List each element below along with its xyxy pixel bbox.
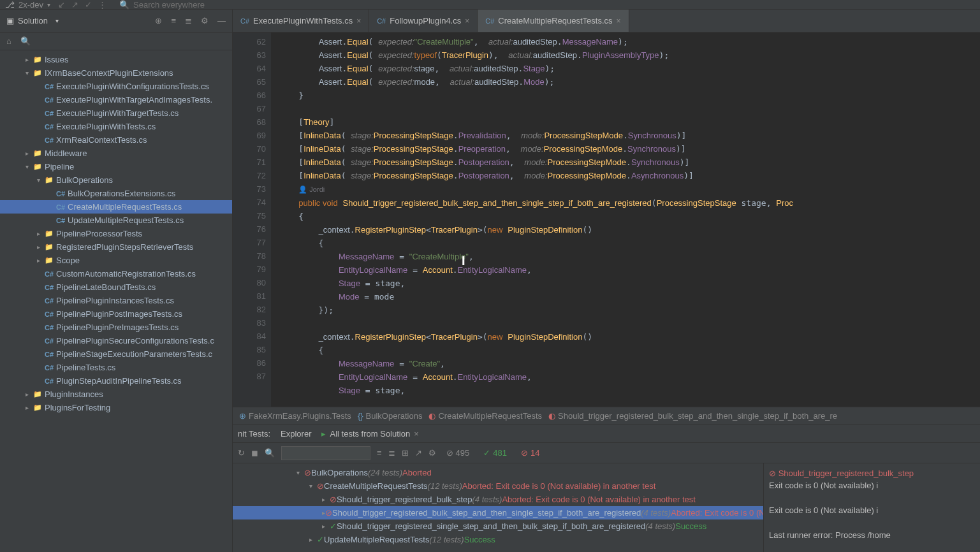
editor-tab[interactable]: C#FollowupPlugin4.cs× xyxy=(369,10,478,32)
total-tests[interactable]: ⊘495 xyxy=(442,447,474,459)
editor-tab[interactable]: C#CreateMultipleRequestTests.cs× xyxy=(478,10,629,32)
options-icon[interactable]: ↗ xyxy=(415,448,422,458)
test-row[interactable]: ▸ ✓ Should_trigger_registered_single_ste… xyxy=(233,519,763,533)
test-row[interactable]: ▸ ⊘ Should_trigger_registered_bulk_step_… xyxy=(233,506,763,519)
tree-label: PipelinePluginPreImagesTests.cs xyxy=(56,323,179,332)
minimize-icon[interactable]: — xyxy=(217,16,226,25)
tree-item[interactable]: C#CustomAutomaticRegistrationTests.cs xyxy=(0,267,232,280)
tree-label: ExecutePluginWithTargetAndImagesTests. xyxy=(56,95,212,105)
close-icon[interactable]: × xyxy=(465,17,469,25)
tree-item[interactable]: ▸📁Scope xyxy=(0,254,232,267)
code-content[interactable]: Assert.Equal( expected:"CreateMultiple",… xyxy=(271,33,980,407)
tree-item[interactable]: ▸📁Middleware xyxy=(0,147,232,160)
more-icon[interactable]: ⋮ xyxy=(98,0,106,10)
tree-item[interactable]: C#PipelinePluginPreImagesTests.cs xyxy=(0,321,232,334)
search-everywhere[interactable]: 🔍 Search everywhere xyxy=(119,0,205,10)
tree-item[interactable]: ▸📁Issues xyxy=(0,53,232,66)
tree-item[interactable]: C#PipelineStageExecutionParametersTests.… xyxy=(0,347,232,361)
tree-item[interactable]: ▾📁BulkOperations xyxy=(0,173,232,187)
tree-item[interactable]: C#BulkOperationsExtensions.cs xyxy=(0,187,232,200)
tree-item[interactable]: C#ExecutePluginWithConfigurationsTests.c… xyxy=(0,80,232,93)
solution-tree[interactable]: ▸📁Issues▾📁IXrmBaseContextPluginExtension… xyxy=(0,50,232,552)
tree-label: XrmRealContextTests.cs xyxy=(56,135,147,145)
tree-item[interactable]: C#ExecutePluginWithTests.cs xyxy=(0,120,232,133)
cs-file-icon: C# xyxy=(240,17,249,25)
tree-item[interactable]: C#XrmRealContextTests.cs xyxy=(0,133,232,147)
update-icon[interactable]: ↙ xyxy=(58,0,65,10)
test-status-text: Aborted xyxy=(402,468,432,477)
test-count: (24 tests) xyxy=(368,468,402,477)
commit-icon[interactable]: ↗ xyxy=(71,0,78,10)
tree-label: PluginStepAuditInPipelineTests.cs xyxy=(56,376,182,386)
failed-tests[interactable]: ⊘14 xyxy=(517,447,543,459)
tree-item[interactable]: ▾📁Pipeline xyxy=(0,160,232,173)
tests-session-tab[interactable]: ▸All tests from Solution× xyxy=(321,429,418,439)
close-icon[interactable]: × xyxy=(356,17,361,25)
tree-item[interactable]: C#PipelinePluginSecureConfigurationsTest… xyxy=(0,334,232,347)
locate-icon[interactable]: ⊕ xyxy=(155,16,162,25)
run-icon: ▸ xyxy=(321,429,326,439)
tests-explorer-tab[interactable]: Explorer xyxy=(281,429,311,439)
close-icon[interactable]: × xyxy=(414,429,419,439)
cs-file-icon: C# xyxy=(56,190,65,198)
settings-icon[interactable]: ⚙ xyxy=(428,448,436,458)
tree-item[interactable]: C#PluginStepAuditInPipelineTests.cs xyxy=(0,374,232,388)
bc-class[interactable]: ◐ CreateMultipleRequestTests xyxy=(428,411,542,421)
bc-method[interactable]: ◐ Should_trigger_registered_bulk_step_an… xyxy=(548,411,837,421)
folder-icon: 📁 xyxy=(45,176,54,184)
tree-item[interactable]: C#ExecutePluginWithTargetTests.cs xyxy=(0,106,232,120)
settings-icon[interactable]: ⚙ xyxy=(201,16,208,25)
collapse-icon[interactable]: ≣ xyxy=(185,16,192,25)
bc-folder[interactable]: {} BulkOperations xyxy=(358,411,423,421)
tests-filter-input[interactable] xyxy=(281,446,370,460)
push-icon[interactable]: ✓ xyxy=(85,0,92,10)
tree-item[interactable]: C#UpdateMultipleRequestTests.cs xyxy=(0,214,232,227)
test-label: BulkOperations xyxy=(311,468,368,477)
editor-tab[interactable]: C#ExecutePluginWithTests.cs× xyxy=(233,10,369,32)
test-row[interactable]: ▾ ⊘ BulkOperations (24 tests) Aborted xyxy=(233,466,763,479)
expand-all-icon[interactable]: ≡ xyxy=(377,448,382,458)
sort-icon[interactable]: ⊞ xyxy=(402,448,409,458)
breadcrumb[interactable]: ⊕ FakeXrmEasy.Plugins.Tests {} BulkOpera… xyxy=(233,407,980,425)
tests-tree[interactable]: ▾ ⊘ BulkOperations (24 tests) Aborted▾ ⊘… xyxy=(233,463,763,552)
tree-item[interactable]: C#PipelinePluginPostImagesTests.cs xyxy=(0,307,232,321)
stop-icon[interactable]: ◼ xyxy=(251,448,258,458)
test-row[interactable]: ▸ ⊘ Should_trigger_registered_bulk_step … xyxy=(233,493,763,506)
passed-tests[interactable]: ✓481 xyxy=(479,447,511,459)
test-output[interactable]: ⊘ Should_trigger_registered_bulk_step Ex… xyxy=(763,463,980,552)
chevron-icon: ▸ xyxy=(26,391,33,398)
home-icon[interactable]: ⌂ xyxy=(6,36,11,46)
search-icon[interactable]: 🔍 xyxy=(20,36,31,46)
test-status-text: Success xyxy=(464,535,495,544)
vcs-actions: ↙ ↗ ✓ ⋮ xyxy=(58,0,106,10)
chevron-icon: ▸ xyxy=(26,56,33,63)
bc-namespace[interactable]: ⊕ FakeXrmEasy.Plugins.Tests xyxy=(239,411,351,421)
tree-item[interactable]: C#CreateMultipleRequestTests.cs xyxy=(0,200,232,214)
tree-item[interactable]: ▸📁RegisteredPluginStepsRetrieverTests xyxy=(0,240,232,254)
tree-item[interactable]: ▸📁PluginsForTesting xyxy=(0,401,232,414)
cs-file-icon: C# xyxy=(45,270,54,278)
close-icon[interactable]: × xyxy=(617,17,621,25)
output-line: Exit code is 0 (Not available) i xyxy=(769,481,975,490)
tree-item[interactable]: C#PipelineLateBoundTests.cs xyxy=(0,280,232,294)
tree-item[interactable]: C#PipelinePluginInstancesTests.cs xyxy=(0,294,232,307)
tree-item[interactable]: ▾📁IXrmBaseContextPluginExtensions xyxy=(0,66,232,80)
expand-icon[interactable]: ≡ xyxy=(171,16,176,25)
rerun-icon[interactable]: ↻ xyxy=(238,448,245,458)
chevron-icon: ▸ xyxy=(37,257,45,264)
tree-item[interactable]: C#ExecutePluginWithTargetAndImagesTests. xyxy=(0,93,232,106)
tree-item[interactable]: ▸📁PluginInstances xyxy=(0,388,232,401)
test-row[interactable]: ▾ ⊘ CreateMultipleRequestTests (12 tests… xyxy=(233,479,763,493)
output-line: Last runner error: Process /home xyxy=(769,530,975,540)
vcs-branch[interactable]: ⎇ 2x-dev ▾ xyxy=(5,0,50,10)
cs-file-icon: C# xyxy=(45,324,54,331)
chevron-icon: ▸ xyxy=(309,536,317,543)
sidebar-title[interactable]: ▣ Solution ▾ xyxy=(6,16,59,25)
collapse-all-icon[interactable]: ≣ xyxy=(388,448,395,458)
namespace-icon: {} xyxy=(358,411,363,421)
filter-icon[interactable]: 🔍 xyxy=(265,448,275,458)
tree-item[interactable]: C#PipelineTests.cs xyxy=(0,361,232,374)
code-area[interactable]: 6263646566676869707172737475767778798081… xyxy=(233,33,980,407)
tree-item[interactable]: ▸📁PipelineProcessorTests xyxy=(0,227,232,240)
test-row[interactable]: ▸ ✓ UpdateMultipleRequestTests (12 tests… xyxy=(233,533,763,546)
